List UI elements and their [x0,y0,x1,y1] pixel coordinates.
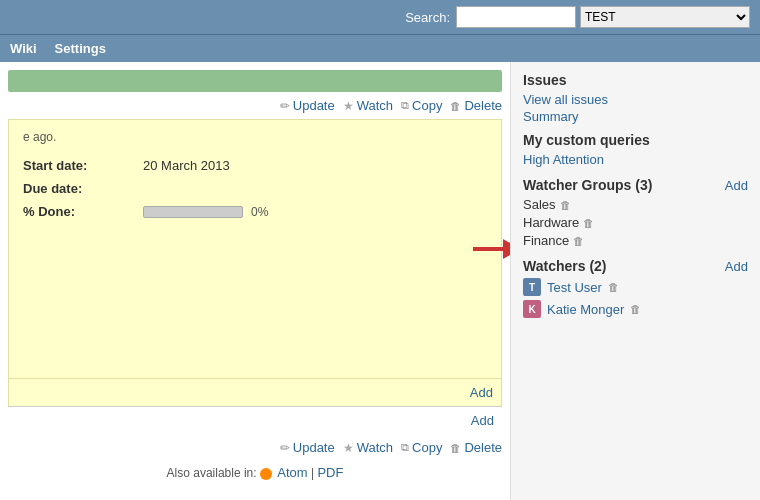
view-all-issues-link[interactable]: View all issues [523,92,748,107]
pdf-link[interactable]: PDF [317,465,343,480]
top-action-bar: ✏ Update ★ Watch ⧉ Copy 🗑 Delete [0,92,510,119]
search-label: Search: [405,10,450,25]
watcher-link-katie-monger[interactable]: Katie Monger [547,302,624,317]
project-select[interactable]: TEST [580,6,750,28]
star-icon-bottom: ★ [343,441,354,455]
content-area: ✏ Update ★ Watch ⧉ Copy 🗑 Delete e ago. … [0,62,510,500]
group-item-finance: Finance 🗑 [523,233,748,248]
add-link-2[interactable]: Add [471,413,494,428]
watcher-groups-title: Watcher Groups (3) [523,177,652,193]
start-date-value: 20 March 2013 [143,158,230,173]
start-date-label: Start date: [23,158,143,173]
watcher-item-0: T Test User 🗑 [523,278,748,296]
watchers-header: Watchers (2) Add [523,258,748,274]
start-date-row: Start date: 20 March 2013 [23,158,487,173]
watchers-title: Watchers (2) [523,258,607,274]
percent-done-label: % Done: [23,204,143,219]
nav-wiki[interactable]: Wiki [10,41,37,56]
watch-link-top[interactable]: ★ Watch [343,98,393,113]
trash-icon-bottom: 🗑 [450,442,461,454]
group-item-sales: Sales 🗑 [523,197,748,212]
watcher-groups-add[interactable]: Add [725,178,748,193]
also-available: Also available in: Atom | PDF [0,461,510,484]
atom-link[interactable]: Atom [277,465,307,480]
trash-icon-top: 🗑 [450,100,461,112]
red-arrow-container [473,235,510,263]
watcher-link-test-user[interactable]: Test User [547,280,602,295]
sidebar: Issues View all issues Summary My custom… [510,62,760,500]
group-name-hardware: Hardware [523,215,579,230]
update-link-bottom[interactable]: ✏ Update [280,440,335,455]
delete-link-bottom[interactable]: 🗑 Delete [450,440,502,455]
update-link-top[interactable]: ✏ Update [280,98,335,113]
arrow-shaft [473,247,503,251]
group-name-sales: Sales [523,197,556,212]
top-bar: Search: TEST [0,0,760,34]
watcher-groups-header: Watcher Groups (3) Add [523,177,748,193]
copy-icon-top: ⧉ [401,99,409,112]
high-attention-link[interactable]: High Attention [523,152,748,167]
delete-katie-monger-icon[interactable]: 🗑 [630,303,641,315]
pencil-icon-bottom: ✏ [280,441,290,455]
nav-settings[interactable]: Settings [55,41,106,56]
issues-section-title: Issues [523,72,748,88]
due-date-row: Due date: [23,181,487,196]
ago-text: e ago. [23,130,487,144]
pencil-icon: ✏ [280,99,290,113]
nav-bar: Wiki Settings [0,34,760,62]
delete-test-user-icon[interactable]: 🗑 [608,281,619,293]
copy-link-bottom[interactable]: ⧉ Copy [401,440,442,455]
group-item-hardware: Hardware 🗑 [523,215,748,230]
atom-icon [260,468,272,480]
add-link-1[interactable]: Add [470,385,493,400]
summary-link[interactable]: Summary [523,109,748,124]
avatar-katie-monger: K [523,300,541,318]
add-row-1: Add [8,379,502,406]
bottom-action-bar: ✏ Update ★ Watch ⧉ Copy 🗑 Delete [0,434,510,461]
delete-hardware-icon[interactable]: 🗑 [583,217,594,229]
delete-finance-icon[interactable]: 🗑 [573,235,584,247]
watch-link-bottom[interactable]: ★ Watch [343,440,393,455]
copy-link-top[interactable]: ⧉ Copy [401,98,442,113]
main-content-box: e ago. Start date: 20 March 2013 Due dat… [8,119,502,379]
copy-icon-bottom: ⧉ [401,441,409,454]
avatar-test-user: T [523,278,541,296]
progress-bar-wrap: 0% [143,205,268,219]
green-bar [8,70,502,92]
progress-bar-bg [143,206,243,218]
watchers-add[interactable]: Add [725,259,748,274]
progress-text: 0% [251,205,268,219]
due-date-label: Due date: [23,181,143,196]
delete-sales-icon[interactable]: 🗑 [560,199,571,211]
delete-link-top[interactable]: 🗑 Delete [450,98,502,113]
my-custom-queries-title: My custom queries [523,132,748,148]
field-table: Start date: 20 March 2013 Due date: % Do… [23,158,487,219]
arrow-head [503,239,510,259]
search-input[interactable] [456,6,576,28]
star-icon-top: ★ [343,99,354,113]
add-row-2: Add [8,407,502,434]
group-name-finance: Finance [523,233,569,248]
percent-done-row: % Done: 0% [23,204,487,219]
watcher-item-1: K Katie Monger 🗑 [523,300,748,318]
main-layout: ✏ Update ★ Watch ⧉ Copy 🗑 Delete e ago. … [0,62,760,500]
